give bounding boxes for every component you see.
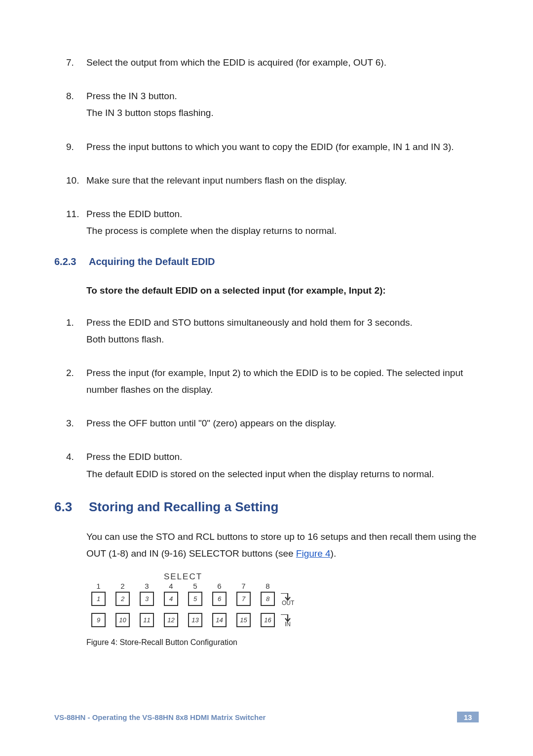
panel-button-col: 16 (256, 613, 280, 627)
select-panel: SELECT 1 1 2 2 3 3 4 4 5 5 (86, 572, 479, 627)
segment-number: 7 (231, 582, 256, 590)
page-footer: VS-88HN - Operating the VS-88HN 8x8 HDMI… (54, 712, 479, 722)
page: 7. Select the output from which the EDID… (0, 0, 533, 756)
panel-button-col: 15 (231, 613, 256, 627)
selector-button-13[interactable]: 13 (188, 613, 202, 627)
list-number: 7. (66, 54, 74, 71)
list-item: 1. Press the EDID and STO buttons simult… (86, 314, 479, 348)
panel-bottom-row: 9 10 11 12 13 14 15 16 (86, 613, 479, 627)
selector-button-7[interactable]: 7 (236, 592, 251, 606)
selector-button-6[interactable]: 6 (212, 592, 227, 606)
list-text: The process is complete when the display… (86, 226, 337, 236)
figure-link[interactable]: Figure 4 (296, 548, 331, 559)
list-text: Press the input (for example, Input 2) t… (86, 368, 463, 395)
segment-number: 5 (183, 582, 207, 590)
heading-6-2-3: 6.2.3 Acquiring the Default EDID (54, 256, 479, 267)
segment-number: 1 (86, 582, 111, 590)
list-number: 3. (66, 415, 74, 432)
segment-number: 4 (159, 582, 183, 590)
selector-button-3[interactable]: 3 (140, 592, 154, 606)
panel-button-col: 11 (135, 613, 159, 627)
procedure-list-continued: 7. Select the output from which the EDID… (54, 54, 479, 239)
selector-button-4[interactable]: 4 (164, 592, 178, 606)
panel-button-col: 13 (183, 613, 207, 627)
selector-button-8[interactable]: 8 (261, 592, 275, 606)
selector-button-11[interactable]: 11 (140, 613, 154, 627)
list-item: 10. Make sure that the relevant input nu… (86, 172, 479, 189)
segment-number: 3 (135, 582, 159, 590)
list-number: 10. (66, 172, 79, 189)
panel-top-row: 1 1 2 2 3 3 4 4 5 5 6 6 (86, 582, 479, 606)
panel-button-col: 3 3 (135, 582, 159, 606)
selector-button-1[interactable]: 1 (91, 592, 106, 606)
select-title: SELECT (86, 572, 280, 582)
selector-button-15[interactable]: 15 (236, 613, 251, 627)
list-text: Press the input buttons to which you wan… (86, 142, 454, 152)
selector-button-5[interactable]: 5 (188, 592, 202, 606)
list-text: Press the OFF button until "0" (zero) ap… (86, 418, 336, 428)
footer-text: VS-88HN - Operating the VS-88HN 8x8 HDMI… (54, 713, 266, 721)
procedure-list-623: 1. Press the EDID and STO buttons simult… (54, 314, 479, 483)
panel-button-col: 6 6 (207, 582, 231, 606)
list-item: 2. Press the input (for example, Input 2… (86, 365, 479, 398)
list-number: 11. (66, 206, 79, 223)
section-number: 6.2.3 (54, 256, 89, 267)
panel-button-col: 12 (159, 613, 183, 627)
panel-button-col: 9 (86, 613, 111, 627)
para-text: You can use the STO and RCL buttons to s… (86, 531, 476, 559)
out-label: OUT (282, 600, 294, 606)
list-item: 8. Press the IN 3 button. The IN 3 butto… (86, 88, 479, 121)
list-number: 1. (66, 314, 74, 331)
list-text: Both buttons flash. (86, 334, 164, 344)
selector-button-9[interactable]: 9 (91, 613, 106, 627)
selector-button-14[interactable]: 14 (212, 613, 227, 627)
instruction-intro: To store the default EDID on a selected … (86, 282, 479, 299)
segment-number: 8 (256, 582, 280, 590)
list-number: 2. (66, 365, 74, 381)
selector-button-10[interactable]: 10 (115, 613, 130, 627)
selector-button-2[interactable]: 2 (115, 592, 130, 606)
section-63-paragraph: You can use the STO and RCL buttons to s… (86, 529, 479, 562)
list-text: Press the EDID and STO buttons simultane… (86, 317, 413, 328)
panel-button-col: 4 4 (159, 582, 183, 606)
in-label: IN (285, 621, 291, 627)
selector-button-12[interactable]: 12 (164, 613, 178, 627)
list-text: The IN 3 button stops flashing. (86, 108, 214, 118)
panel-button-col: 7 7 (231, 582, 256, 606)
para-text: ). (331, 548, 337, 559)
panel-button-col: 5 5 (183, 582, 207, 606)
panel-button-col: 2 2 (111, 582, 135, 606)
panel-button-col: 8 8 (256, 582, 280, 606)
segment-number: 2 (111, 582, 135, 590)
figure-caption: Figure 4: Store-Recall Button Configurat… (86, 638, 479, 647)
section-title: Acquiring the Default EDID (89, 256, 215, 267)
list-text: Press the EDID button. (86, 209, 182, 219)
in-arrow-icon: IN (281, 614, 291, 627)
list-item: 9. Press the input buttons to which you … (86, 139, 479, 155)
heading-6-3: 6.3 Storing and Recalling a Setting (54, 499, 479, 515)
list-item: 11. Press the EDID button. The process i… (86, 206, 479, 239)
list-number: 4. (66, 449, 74, 465)
list-number: 8. (66, 88, 74, 105)
list-text: Select the output from which the EDID is… (86, 57, 386, 68)
section-title: Storing and Recalling a Setting (89, 499, 278, 515)
list-item: 3. Press the OFF button until "0" (zero)… (86, 415, 479, 432)
segment-number: 6 (207, 582, 231, 590)
panel-button-col: 10 (111, 613, 135, 627)
list-text: Press the IN 3 button. (86, 91, 177, 101)
out-arrow-icon: OUT (281, 593, 294, 606)
list-number: 9. (66, 139, 74, 155)
list-text: Press the EDID button. (86, 452, 182, 462)
panel-button-col: 1 1 (86, 582, 111, 606)
panel-button-col: 14 (207, 613, 231, 627)
selector-button-16[interactable]: 16 (261, 613, 275, 627)
section-number: 6.3 (54, 499, 89, 515)
list-text: The default EDID is stored on the select… (86, 469, 434, 479)
list-item: 4. Press the EDID button. The default ED… (86, 449, 479, 482)
page-number: 13 (457, 712, 479, 722)
list-text: Make sure that the relevant input number… (86, 175, 347, 186)
list-item: 7. Select the output from which the EDID… (86, 54, 479, 71)
